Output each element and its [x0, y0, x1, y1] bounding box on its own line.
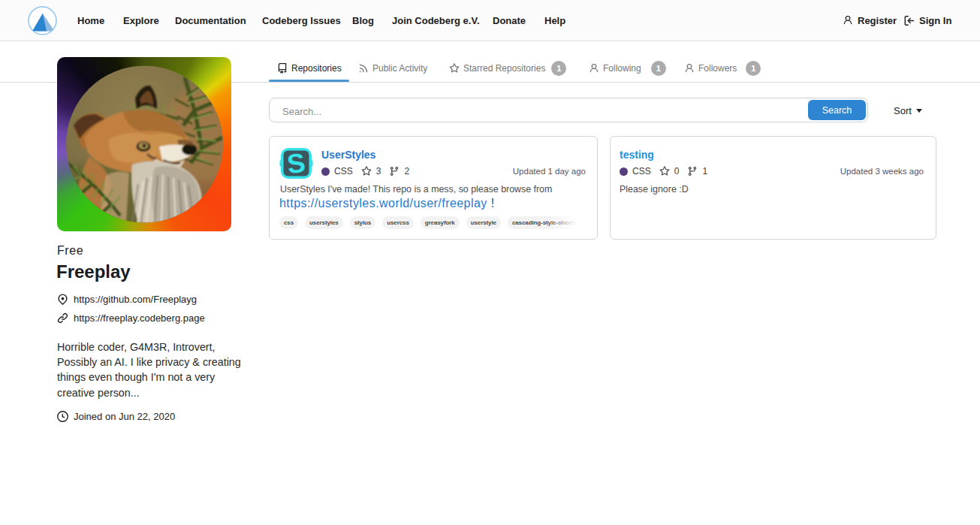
- svg-text:S: S: [285, 147, 307, 180]
